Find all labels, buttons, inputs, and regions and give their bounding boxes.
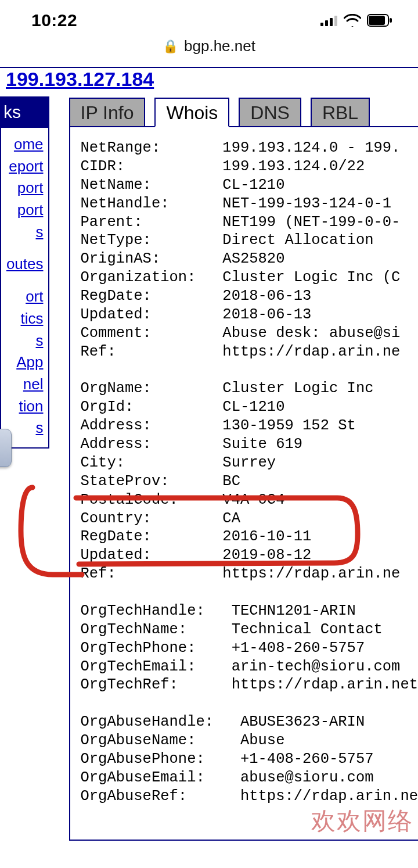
sidebar-item[interactable]: port	[1, 199, 46, 221]
svg-rect-3	[334, 16, 337, 26]
svg-rect-5	[369, 16, 385, 25]
svg-rect-1	[325, 20, 328, 26]
tab-whois[interactable]: Whois	[154, 98, 229, 127]
tab-rbl[interactable]: RBL	[311, 98, 370, 127]
sidebar-item[interactable]: ome	[1, 134, 46, 156]
wifi-icon	[344, 14, 361, 27]
svg-rect-2	[330, 18, 333, 26]
sidebar-item[interactable]: outes	[1, 253, 46, 275]
tab-ip-info[interactable]: IP Info	[69, 98, 146, 127]
status-bar: 10:22	[0, 0, 418, 35]
whois-text: NetRange: 199.193.124.0 - 199. CIDR: 199…	[81, 139, 419, 806]
sidebar-item[interactable]: nel	[1, 374, 46, 396]
status-time: 10:22	[31, 10, 77, 30]
sidebar-header: ks	[0, 96, 49, 128]
watermark: 欢欢网络	[311, 805, 413, 837]
sidebar-item[interactable]: port	[1, 177, 46, 199]
svg-rect-0	[320, 23, 323, 26]
browser-url-bar[interactable]: 🔒 bgp.he.net	[0, 35, 418, 67]
ip-link[interactable]: 199.193.127.184	[6, 68, 154, 90]
whois-panel: NetRange: 199.193.124.0 - 199. CIDR: 199…	[69, 126, 419, 841]
cellular-icon	[320, 15, 338, 26]
status-icons	[320, 14, 392, 27]
battery-icon	[367, 14, 392, 27]
sidebar-item[interactable]: eport	[1, 156, 46, 178]
url-host: bgp.he.net	[184, 37, 255, 55]
lock-icon: 🔒	[163, 39, 178, 54]
sidebar-item[interactable]: s	[1, 330, 46, 352]
page-title: 199.193.127.184	[0, 67, 418, 96]
svg-rect-6	[390, 18, 392, 23]
sidebar-item[interactable]: tics	[1, 308, 46, 330]
sidebar-links: ome eport port port s outes ort tics s A…	[0, 128, 49, 449]
sidebar-item[interactable]: App	[1, 351, 46, 374]
sidebar-item[interactable]: tion	[1, 396, 46, 418]
sidebar-item[interactable]: s	[1, 221, 46, 243]
clipped-button[interactable]	[0, 429, 12, 467]
sidebar-item[interactable]: ort	[1, 286, 46, 308]
tab-bar: IP Info Whois DNS RBL	[69, 96, 419, 127]
tab-dns[interactable]: DNS	[239, 98, 301, 127]
